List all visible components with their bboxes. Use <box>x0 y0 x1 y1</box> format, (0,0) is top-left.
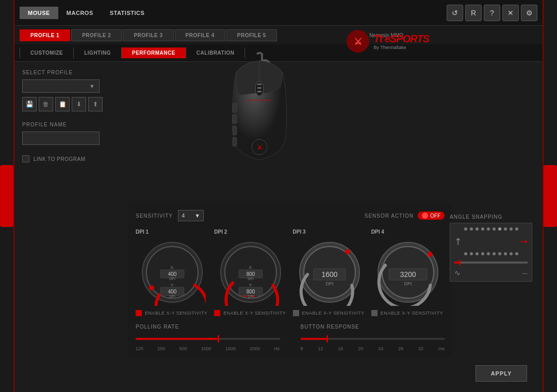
dpi2-title: DPI 2 <box>214 229 287 235</box>
angle-dot <box>470 227 473 231</box>
main-content: MOUSE MACROS STATISTICS ↺ R ? ✕ ⚙ ⚔ Tt e… <box>14 0 543 392</box>
sensor-action-state: OFF <box>430 213 440 219</box>
tab-customize[interactable]: CUSTOMIZE <box>20 47 74 58</box>
save-profile-btn[interactable]: 💾 <box>22 97 37 111</box>
svg-text:DPI: DPI <box>248 295 254 298</box>
angle-dots-bottom <box>454 252 528 255</box>
nav-mouse[interactable]: MOUSE <box>20 7 58 19</box>
dpi2-knob[interactable]: X: 800 DPI Y: 800 DPI <box>217 239 284 306</box>
profile-select[interactable]: ▼ <box>22 79 100 93</box>
dpi2-xy-checkbox[interactable] <box>214 310 220 316</box>
svg-text:DPI: DPI <box>325 281 333 286</box>
svg-rect-7 <box>233 115 237 124</box>
top-nav: MOUSE MACROS STATISTICS ↺ R ? ✕ ⚙ ⚔ Tt e… <box>14 0 543 26</box>
link-program-row[interactable]: LINK TO PROGRAM <box>22 155 125 162</box>
dpi-item-3: DPI 3 1600 DPI <box>293 229 366 316</box>
angle-snapping-label: ANGLE SNAPPING <box>450 214 535 220</box>
brand-logo: ⚔ Tt eSPORTS By Thermaltake <box>345 28 429 54</box>
angle-dot <box>464 227 467 231</box>
svg-rect-4 <box>257 87 261 89</box>
link-program-label: LINK TO PROGRAM <box>34 156 85 162</box>
svg-rect-9 <box>233 137 237 146</box>
dpi2-enable-xy[interactable]: ENABLE X-Y SENSITIVITY <box>214 310 287 316</box>
svg-text:X:: X: <box>249 265 253 270</box>
svg-rect-6 <box>233 103 237 112</box>
export-profile-btn[interactable]: ⬆ <box>88 97 103 111</box>
dpi1-knob[interactable]: X: 400 DPI Y: 400 DPI <box>139 239 206 306</box>
dpi4-xy-checkbox[interactable] <box>371 310 378 316</box>
svg-point-43 <box>428 252 433 257</box>
button-response-labels: 8 12 16 20 24 28 32 ms <box>301 346 445 351</box>
sensitivity-arrow-icon: ▼ <box>194 213 200 219</box>
angle-dot-active <box>498 227 501 231</box>
dpi3-enable-xy[interactable]: ENABLE X-Y SENSITIVITY <box>293 310 366 316</box>
dpi3-knob[interactable]: 1600 DPI <box>296 239 363 306</box>
dpi3-xy-label: ENABLE X-Y SENSITIVITY <box>302 311 365 316</box>
right-arrow-icon: ↗ <box>517 235 530 248</box>
sensor-action-toggle[interactable]: OFF <box>418 211 445 220</box>
profile-tab-4[interactable]: PROFILE 4 <box>175 29 225 41</box>
angle-dot <box>498 252 501 255</box>
angle-dot <box>510 252 513 255</box>
sensitivity-header: SENSITIVITY 4 ▼ SENSOR ACTION OFF <box>136 210 445 221</box>
dpi4-enable-xy[interactable]: ENABLE X-Y SENSITIVITY <box>371 310 445 316</box>
svg-text:DPI: DPI <box>169 295 175 298</box>
tab-lighting[interactable]: LIGHTING <box>74 47 122 58</box>
profile-name-input[interactable] <box>22 132 100 145</box>
dpi4-knob[interactable]: 3200 DPI <box>374 239 441 306</box>
sensitivity-select[interactable]: 4 ▼ <box>178 210 204 221</box>
apply-button[interactable]: APPLY <box>476 365 527 382</box>
link-program-checkbox[interactable] <box>22 155 29 162</box>
brand-name: Tt eSPORTS <box>374 33 429 45</box>
select-profile-label: SELECT PROFILE <box>22 70 125 75</box>
angle-dot <box>487 252 490 255</box>
settings-icon[interactable]: ⚙ <box>521 5 537 21</box>
angle-slider[interactable] <box>454 260 528 265</box>
angle-dots-top <box>454 227 528 231</box>
profile-tab-3[interactable]: PROFILE 3 <box>123 29 173 41</box>
brand-icon: ⚔ <box>345 28 371 54</box>
svg-text:⚔: ⚔ <box>257 144 263 151</box>
angle-arrows: ↖ ↗ <box>454 236 528 247</box>
angle-snapping-display: ↖ ↗ <box>450 223 532 282</box>
mouse-image: ⚔ <box>218 52 301 170</box>
angle-dot <box>470 252 473 255</box>
angle-dot <box>476 252 479 255</box>
svg-point-14 <box>149 285 154 290</box>
angle-snapping-section: ANGLE SNAPPING ↖ ↗ <box>450 214 535 282</box>
svg-text:Y:: Y: <box>171 283 174 287</box>
restore-icon[interactable]: R <box>465 5 482 21</box>
chevron-down-icon: ▼ <box>89 83 95 89</box>
nav-macros[interactable]: MACROS <box>58 7 102 19</box>
svg-text:Y:: Y: <box>249 283 253 287</box>
import-profile-btn[interactable]: ⬇ <box>72 97 86 111</box>
nav-statistics[interactable]: STATISTICS <box>102 7 153 19</box>
close-icon[interactable]: ✕ <box>502 5 519 21</box>
polling-rate-group: POLLING RATE 125 250 500 1000 1500 2000 … <box>136 324 280 351</box>
profile-tab-1[interactable]: PROFILE 1 <box>20 29 70 41</box>
angle-dot <box>493 252 496 255</box>
side-bar-right <box>543 0 557 392</box>
dpi1-xy-label: ENABLE X-Y SENSITIVITY <box>145 311 207 316</box>
dpi3-xy-checkbox[interactable] <box>293 310 299 316</box>
reset-icon[interactable]: ↺ <box>447 5 463 21</box>
tab-performance[interactable]: PERFORMANCE <box>122 47 186 58</box>
dpi3-title: DPI 3 <box>293 229 366 235</box>
svg-text:3200: 3200 <box>400 270 416 279</box>
help-icon[interactable]: ? <box>484 5 500 21</box>
profile-tab-5[interactable]: PROFILE 5 <box>226 29 277 41</box>
svg-text:800: 800 <box>247 289 255 295</box>
svg-point-37 <box>345 249 350 254</box>
copy-profile-btn[interactable]: 📋 <box>55 97 70 111</box>
profile-tab-2[interactable]: PROFILE 2 <box>71 29 122 41</box>
sliders-section: POLLING RATE 125 250 500 1000 1500 2000 … <box>136 324 445 351</box>
dpi1-xy-checkbox[interactable] <box>136 310 142 316</box>
svg-text:DPI: DPI <box>404 281 412 286</box>
angle-dot <box>464 252 467 255</box>
svg-text:⚔: ⚔ <box>354 37 362 47</box>
svg-text:400: 400 <box>168 271 177 277</box>
dpi1-enable-xy[interactable]: ENABLE X-Y SENSITIVITY <box>136 310 209 316</box>
delete-profile-btn[interactable]: 🗑 <box>39 97 53 111</box>
mouse-display: ⚔ <box>195 52 324 171</box>
profile-icon-bar: 💾 🗑 📋 ⬇ ⬆ <box>22 97 125 111</box>
